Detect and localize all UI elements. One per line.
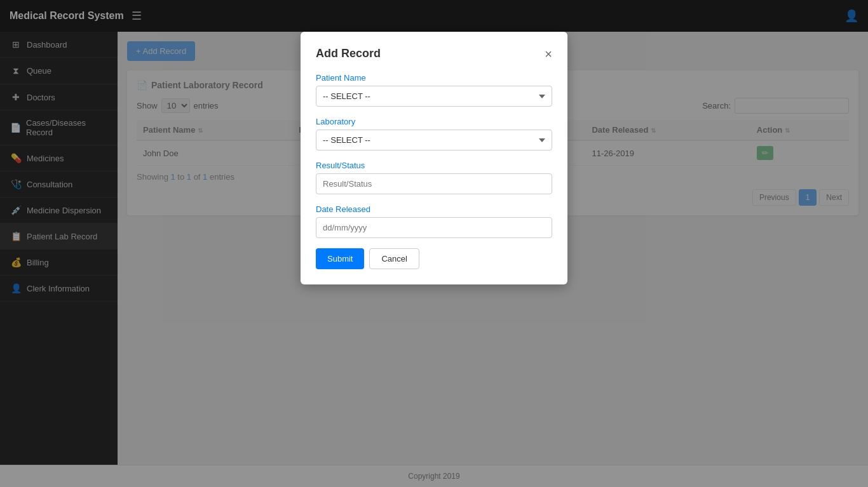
patient-name-group: Patient Name -- SELECT --	[316, 73, 552, 107]
modal-header: Add Record ×	[316, 47, 552, 60]
result-group: Result/Status	[316, 161, 552, 194]
laboratory-select[interactable]: -- SELECT --	[316, 130, 552, 150]
laboratory-group: Laboratory -- SELECT --	[316, 117, 552, 150]
patient-name-select[interactable]: -- SELECT --	[316, 86, 552, 107]
patient-name-label: Patient Name	[316, 73, 552, 83]
add-record-modal: Add Record × Patient Name -- SELECT -- L…	[301, 32, 567, 284]
result-input[interactable]	[316, 173, 552, 194]
date-input[interactable]	[316, 217, 552, 238]
date-label: Date Released	[316, 204, 552, 214]
date-group: Date Released	[316, 204, 552, 238]
modal-close-button[interactable]: ×	[545, 48, 552, 60]
laboratory-label: Laboratory	[316, 117, 552, 126]
submit-button[interactable]: Submit	[316, 248, 364, 269]
modal-title: Add Record	[316, 47, 381, 60]
result-label: Result/Status	[316, 161, 552, 170]
cancel-button[interactable]: Cancel	[369, 248, 419, 269]
main-content: + Add Record 📄 Patient Laboratory Record…	[118, 32, 868, 465]
modal-actions: Submit Cancel	[316, 248, 552, 269]
modal-overlay: Add Record × Patient Name -- SELECT -- L…	[118, 32, 868, 465]
